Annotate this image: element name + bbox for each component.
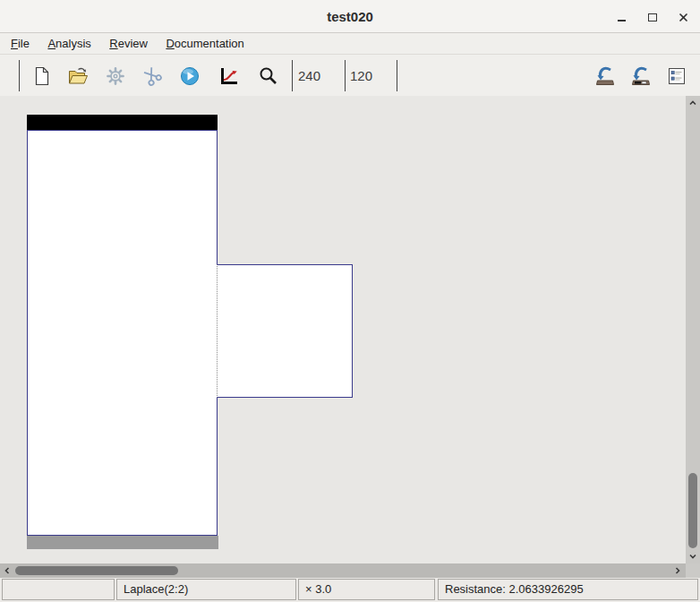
run-button[interactable] <box>178 64 201 88</box>
menu-documentation[interactable]: Documentation <box>158 34 251 54</box>
electrode-top <box>27 115 218 130</box>
status-bar: Laplace(2:2) × 3.0 Resistance: 2.0633926… <box>0 578 700 602</box>
status-resistance: Resistance: 2.0633926295 <box>438 579 698 600</box>
title-bar: test020 <box>0 0 700 33</box>
report-button[interactable] <box>665 64 688 88</box>
export-alt-button[interactable] <box>629 64 653 88</box>
vertical-scrollbar-thumb[interactable] <box>688 473 697 548</box>
minimize-button[interactable] <box>612 8 630 26</box>
horizontal-scrollbar[interactable] <box>0 563 686 578</box>
new-document-button[interactable] <box>30 64 54 88</box>
export-icon <box>594 65 616 87</box>
toolbar-value-1: 240 <box>298 56 320 96</box>
export-button[interactable] <box>593 64 617 88</box>
status-scale: × 3.0 <box>298 579 435 600</box>
toolbar-separator <box>19 60 20 91</box>
export-alt-icon <box>630 65 652 87</box>
results-chart-button[interactable] <box>218 64 241 88</box>
toolbar-separator <box>345 60 346 91</box>
scroll-down-arrow-icon[interactable] <box>688 551 697 562</box>
scroll-left-arrow-icon[interactable] <box>2 566 13 575</box>
toolbar-value-2: 120 <box>350 56 372 96</box>
scroll-up-arrow-icon[interactable] <box>688 98 697 108</box>
maximize-button[interactable] <box>644 8 662 26</box>
window-title: test020 <box>0 0 700 33</box>
report-list-icon <box>666 65 687 87</box>
zoom-magnifier-icon <box>258 65 279 87</box>
toolbar: 240 120 <box>0 56 700 96</box>
settings-button[interactable] <box>104 64 127 88</box>
horizontal-scrollbar-thumb[interactable] <box>15 566 178 575</box>
resistor-region-left <box>27 130 218 536</box>
zoom-button[interactable] <box>257 64 280 88</box>
settings-gear-icon <box>105 65 126 87</box>
cut-button[interactable] <box>141 64 164 88</box>
results-chart-icon <box>218 65 240 87</box>
status-cell-empty <box>2 579 115 600</box>
toolbar-separator <box>397 60 397 91</box>
scroll-right-arrow-icon[interactable] <box>672 566 683 575</box>
resistor-region-right <box>217 264 353 398</box>
cut-scissors-icon <box>141 65 163 87</box>
close-icon <box>679 13 688 22</box>
maximize-icon <box>648 13 657 22</box>
vertical-scrollbar[interactable] <box>686 96 700 563</box>
menu-file[interactable]: File <box>4 34 37 54</box>
new-document-icon <box>31 65 53 87</box>
electrode-bottom <box>27 536 218 549</box>
menu-analysis[interactable]: Analysis <box>40 34 98 54</box>
run-play-icon <box>179 65 201 87</box>
minimize-icon <box>618 20 626 22</box>
status-method: Laplace(2:2) <box>116 579 296 600</box>
open-folder-icon <box>67 65 89 87</box>
toolbar-separator <box>292 60 293 91</box>
drawing-canvas[interactable] <box>0 96 686 563</box>
close-button[interactable] <box>674 8 692 26</box>
menu-review[interactable]: Review <box>102 34 155 54</box>
scrollbar-corner <box>686 563 700 578</box>
menu-bar: File Analysis Review Documentation <box>0 34 700 55</box>
app-window: test020 File Analysis Review Documentati… <box>0 0 700 602</box>
open-button[interactable] <box>66 64 90 88</box>
